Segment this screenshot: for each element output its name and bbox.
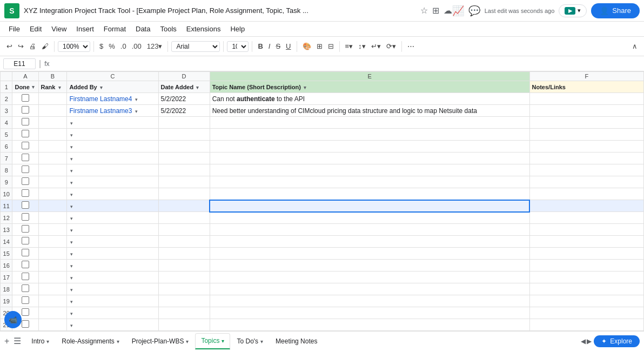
date-cell-18[interactable] [158, 283, 210, 295]
row-num-11[interactable]: 11 [1, 200, 12, 212]
col-header-b[interactable]: B [38, 72, 67, 81]
added-by-cell-18[interactable]: ▾ [67, 283, 158, 295]
checkbox-10[interactable] [22, 189, 29, 197]
underline-button[interactable]: U [284, 41, 293, 51]
tab-topics-arrow[interactable]: ▾ [222, 338, 224, 344]
date-cell-15[interactable] [158, 248, 210, 260]
date-cell-4[interactable] [158, 117, 210, 129]
topic-cell-6[interactable] [210, 141, 529, 153]
menu-extensions[interactable]: Extensions [182, 24, 225, 34]
cloud-icon[interactable]: ☁ [444, 5, 452, 16]
done-cell-13[interactable] [12, 224, 38, 236]
percent-button[interactable]: % [106, 41, 117, 51]
checkbox-7[interactable] [22, 154, 29, 161]
col-header-a[interactable]: A [12, 72, 38, 81]
redo-button[interactable]: ↪ [16, 41, 26, 51]
topic-cell-2[interactable]: Can not authenticate to the API [210, 93, 529, 105]
done-cell-17[interactable] [12, 271, 38, 283]
notes-cell-11[interactable] [529, 200, 643, 212]
chart-icon[interactable]: 📈 [452, 5, 464, 17]
row-num-18[interactable]: 18 [1, 283, 12, 295]
notes-cell-5[interactable] [529, 129, 643, 141]
fill-color-button[interactable]: 🎨 [300, 41, 313, 51]
added-by-cell-2[interactable]: Firstname Lastname4 ▾ [67, 93, 158, 105]
checkbox-14[interactable] [22, 237, 29, 244]
date-cell-12[interactable] [158, 212, 210, 224]
meet-button[interactable]: ▶ ▾ [559, 4, 587, 17]
dropdown-arrow-12[interactable]: ▾ [70, 216, 73, 221]
checkbox-15[interactable] [22, 249, 29, 256]
checkbox-11[interactable] [22, 201, 29, 209]
checkbox-9[interactable] [22, 177, 29, 185]
merge-button[interactable]: ⊟ [326, 41, 336, 51]
v-align-button[interactable]: ↕▾ [356, 41, 368, 51]
row-num-9[interactable]: 9 [1, 176, 12, 188]
row-num-13[interactable]: 13 [1, 224, 12, 236]
date-cell-5[interactable] [158, 129, 210, 141]
topic-cell-4[interactable] [210, 117, 529, 129]
dropdown-arrow-19[interactable]: ▾ [70, 299, 73, 304]
notes-cell-6[interactable] [529, 141, 643, 153]
done-cell-12[interactable] [12, 212, 38, 224]
tab-todos-arrow[interactable]: ▾ [260, 339, 263, 345]
number-format-button[interactable]: 123▾ [145, 41, 165, 51]
dropdown-arrow-5[interactable]: ▾ [70, 133, 73, 138]
rank-cell-5[interactable] [38, 129, 67, 141]
col-header-f[interactable]: F [529, 72, 643, 81]
notes-cell-9[interactable] [529, 176, 643, 188]
date-cell-3[interactable]: 5/2/2022 [158, 105, 210, 117]
comment-icon[interactable]: 💬 [468, 5, 480, 17]
added-by-cell-6[interactable]: ▾ [67, 141, 158, 153]
currency-button[interactable]: $ [97, 41, 105, 51]
rank-cell-4[interactable] [38, 117, 67, 129]
added-by-cell-5[interactable]: ▾ [67, 129, 158, 141]
explore-button[interactable]: ✦ Explore [594, 335, 640, 347]
dropdown-arrow-20[interactable]: ▾ [70, 311, 73, 316]
rank-cell-13[interactable] [38, 224, 67, 236]
topic-cell-19[interactable] [210, 295, 529, 307]
dropdown-arrow-8[interactable]: ▾ [70, 168, 73, 174]
notes-cell-14[interactable] [529, 236, 643, 248]
topic-cell-13[interactable] [210, 224, 529, 236]
checkbox-3[interactable] [22, 106, 29, 114]
bold-button[interactable]: B [256, 41, 265, 51]
done-cell-2[interactable] [12, 93, 38, 105]
checkbox-20[interactable] [22, 308, 29, 316]
date-cell-16[interactable] [158, 260, 210, 271]
rank-cell-14[interactable] [38, 236, 67, 248]
rank-cell-10[interactable] [38, 188, 67, 200]
col-header-d[interactable]: D [158, 72, 210, 81]
row-num-12[interactable]: 12 [1, 212, 12, 224]
text-rotate-button[interactable]: ⟳▾ [384, 41, 398, 51]
dropdown-arrow-10[interactable]: ▾ [70, 192, 73, 197]
checkbox-8[interactable] [22, 165, 29, 173]
notes-header[interactable]: Notes/Links [529, 81, 643, 93]
topic-cell-12[interactable] [210, 212, 529, 224]
checkbox-18[interactable] [22, 284, 29, 292]
done-cell-11[interactable] [12, 200, 38, 212]
topic-cell-14[interactable] [210, 236, 529, 248]
topic-cell-16[interactable] [210, 260, 529, 271]
notes-cell-16[interactable] [529, 260, 643, 271]
checkbox-12[interactable] [22, 213, 29, 221]
done-filter-icon[interactable]: ▾ [32, 84, 35, 90]
notes-cell-12[interactable] [529, 212, 643, 224]
row-num-1[interactable]: 1 [1, 81, 12, 93]
topic-cell-18[interactable] [210, 283, 529, 295]
tab-project-plan-wbs[interactable]: Project-Plan-WBS ▾ [126, 333, 195, 349]
added-by-cell-8[interactable]: ▾ [67, 164, 158, 176]
done-cell-4[interactable] [12, 117, 38, 129]
rank-cell-15[interactable] [38, 248, 67, 260]
dropdown-arrow-13[interactable]: ▾ [70, 228, 73, 233]
done-cell-9[interactable] [12, 176, 38, 188]
menu-tools[interactable]: Tools [156, 24, 180, 34]
dropdown-arrow-2[interactable]: ▾ [135, 97, 138, 102]
date-cell-9[interactable] [158, 176, 210, 188]
tab-meeting-notes[interactable]: Meeting Notes [270, 333, 323, 349]
star-icon[interactable]: ☆ [420, 5, 428, 16]
done-cell-7[interactable] [12, 153, 38, 164]
row-num-10[interactable]: 10 [1, 188, 12, 200]
menu-data[interactable]: Data [131, 24, 155, 34]
date-cell-21[interactable] [158, 319, 210, 331]
rank-cell-17[interactable] [38, 271, 67, 283]
